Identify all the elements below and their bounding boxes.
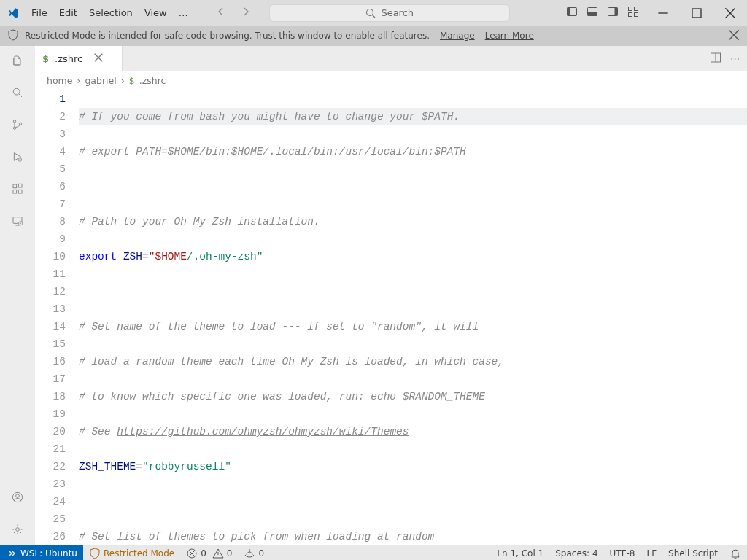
restricted-message: Restricted Mode is intended for safe cod… bbox=[25, 31, 430, 41]
close-window-button[interactable] bbox=[713, 0, 747, 26]
shield-icon bbox=[7, 29, 19, 43]
cursor-position-status[interactable]: Ln 1, Col 1 bbox=[491, 548, 549, 559]
search-icon[interactable] bbox=[9, 84, 26, 101]
vscode-logo-icon bbox=[0, 7, 26, 19]
breadcrumb-user[interactable]: gabriel bbox=[85, 75, 116, 86]
history-nav bbox=[212, 3, 255, 23]
code-editor[interactable]: 1234567891011121314151617181920212223242… bbox=[35, 89, 747, 545]
run-debug-icon[interactable] bbox=[9, 148, 26, 166]
svg-rect-17 bbox=[13, 184, 17, 188]
tab-label: .zshrc bbox=[55, 53, 82, 64]
restricted-mode-banner: Restricted Mode is intended for safe cod… bbox=[0, 26, 747, 46]
indentation-status[interactable]: Spaces: 4 bbox=[549, 548, 603, 559]
svg-rect-8 bbox=[635, 7, 638, 11]
svg-rect-2 bbox=[568, 8, 570, 16]
chevron-right-icon: › bbox=[121, 75, 125, 86]
menu-bar: File Edit Selection View … bbox=[26, 3, 194, 23]
svg-rect-10 bbox=[635, 13, 638, 17]
svg-point-13 bbox=[13, 120, 15, 122]
title-bar: File Edit Selection View … Search bbox=[0, 0, 747, 26]
svg-point-15 bbox=[19, 122, 21, 125]
manage-link[interactable]: Manage bbox=[440, 31, 475, 41]
customize-layout-icon[interactable] bbox=[627, 6, 639, 20]
toggle-primary-sidebar-icon[interactable] bbox=[566, 6, 578, 20]
svg-point-12 bbox=[13, 88, 20, 95]
menu-selection[interactable]: Selection bbox=[83, 3, 139, 23]
svg-rect-11 bbox=[692, 9, 701, 18]
breadcrumb[interactable]: home › gabriel › $ .zshrc bbox=[35, 71, 747, 89]
chevron-right-icon: › bbox=[77, 75, 80, 86]
toggle-secondary-sidebar-icon[interactable] bbox=[607, 6, 619, 20]
svg-rect-19 bbox=[18, 190, 22, 193]
extensions-icon[interactable] bbox=[9, 180, 26, 198]
close-banner-icon[interactable] bbox=[728, 29, 740, 43]
svg-point-14 bbox=[13, 127, 15, 129]
search-placeholder: Search bbox=[381, 7, 414, 18]
window-controls bbox=[646, 0, 747, 26]
menu-more[interactable]: … bbox=[173, 3, 194, 23]
problems-status[interactable]: 0 0 bbox=[180, 548, 238, 559]
encoding-status[interactable]: UTF-8 bbox=[604, 548, 641, 559]
code-content[interactable]: # If you come from bash you might have t… bbox=[79, 89, 747, 545]
nav-back-icon[interactable] bbox=[212, 3, 230, 23]
svg-rect-18 bbox=[13, 190, 17, 193]
maximize-button[interactable] bbox=[680, 0, 713, 26]
more-actions-icon[interactable]: ⋯ bbox=[730, 53, 740, 64]
shell-file-icon: $ bbox=[42, 53, 49, 64]
tab-bar: $ .zshrc ⋯ bbox=[35, 46, 747, 71]
editor-area: $ .zshrc ⋯ home › gabriel › $ .zshrc 123… bbox=[35, 46, 747, 545]
remote-indicator[interactable]: WSL: Ubuntu bbox=[0, 545, 83, 560]
ports-status[interactable]: 0 bbox=[238, 548, 270, 559]
svg-rect-7 bbox=[629, 7, 632, 11]
split-editor-icon[interactable] bbox=[710, 52, 721, 66]
svg-point-25 bbox=[16, 528, 20, 532]
toggle-panel-icon[interactable] bbox=[587, 6, 598, 20]
tab-close-icon[interactable] bbox=[93, 52, 104, 66]
svg-point-24 bbox=[16, 494, 20, 498]
svg-rect-4 bbox=[588, 12, 597, 16]
svg-rect-20 bbox=[18, 184, 22, 187]
learn-more-link[interactable]: Learn More bbox=[485, 31, 534, 41]
breadcrumb-file[interactable]: .zshrc bbox=[139, 75, 166, 86]
notifications-icon[interactable] bbox=[724, 548, 747, 559]
accounts-icon[interactable] bbox=[9, 489, 26, 506]
remote-explorer-icon[interactable] bbox=[9, 212, 26, 230]
eol-status[interactable]: LF bbox=[641, 548, 663, 559]
svg-rect-9 bbox=[629, 13, 632, 17]
source-control-icon[interactable] bbox=[9, 116, 26, 133]
nav-forward-icon[interactable] bbox=[237, 3, 255, 23]
activity-bar bbox=[0, 46, 35, 545]
svg-rect-6 bbox=[615, 8, 618, 16]
menu-edit[interactable]: Edit bbox=[53, 3, 83, 23]
menu-file[interactable]: File bbox=[26, 3, 53, 23]
breadcrumb-home[interactable]: home bbox=[47, 75, 72, 86]
restricted-mode-status[interactable]: Restricted Mode bbox=[83, 548, 180, 559]
minimize-button[interactable] bbox=[646, 0, 680, 26]
language-mode-status[interactable]: Shell Script bbox=[662, 548, 724, 559]
status-bar: WSL: Ubuntu Restricted Mode 0 0 0 Ln 1, … bbox=[0, 545, 747, 560]
menu-view[interactable]: View bbox=[139, 3, 173, 23]
layout-controls bbox=[566, 6, 639, 20]
command-center-search[interactable]: Search bbox=[269, 4, 510, 22]
explorer-icon[interactable] bbox=[9, 52, 26, 69]
svg-point-0 bbox=[367, 9, 374, 15]
settings-gear-icon[interactable] bbox=[9, 521, 26, 538]
line-gutter: 1234567891011121314151617181920212223242… bbox=[35, 89, 79, 545]
tab-zshrc[interactable]: $ .zshrc bbox=[35, 46, 123, 71]
shell-file-icon: $ bbox=[129, 75, 135, 86]
